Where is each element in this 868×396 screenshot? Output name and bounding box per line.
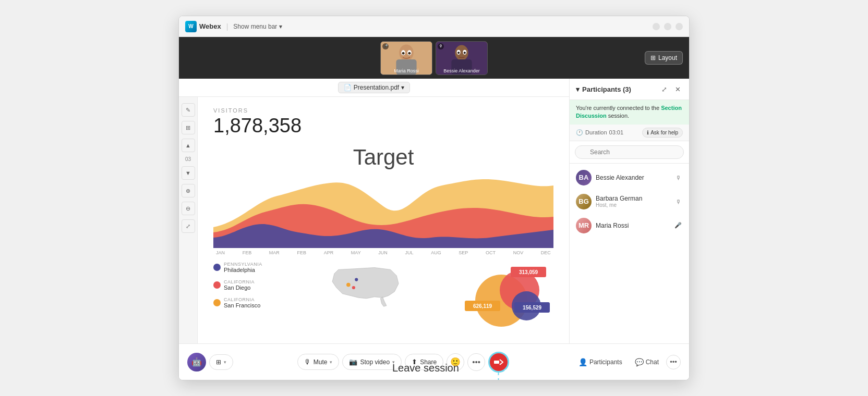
svg-point-13 [464, 52, 466, 54]
layout-button[interactable]: ⊞ Layout [645, 51, 683, 65]
svg-text:313,059: 313,059 [519, 269, 538, 275]
zoom-in-btn[interactable]: ⊕ [182, 184, 195, 197]
video-thumb-2[interactable]: 🎙 Bessie Alexander [436, 41, 488, 75]
chat-button[interactable]: 💬 Chat [630, 355, 664, 369]
panel-title: ▾ Participants (3) [576, 85, 631, 93]
avatar-bessie: BA [576, 170, 592, 185]
participant-item-1[interactable]: BG Barbara German Host, me 🎙 [570, 190, 689, 214]
layout-icon: ⊞ [650, 54, 656, 61]
show-menu-bar-btn[interactable]: Show menu bar ▾ [233, 23, 282, 30]
panel-header-actions: ⤢ ✕ [659, 84, 683, 94]
maximize-button[interactable]: □ [664, 23, 671, 30]
legend-item-0: PENNSYLVANIA Philadelphia [213, 262, 276, 273]
app-window: W Webex | Show menu bar ▾ — □ ✕ [178, 16, 690, 380]
ai-assistant-btn[interactable]: 🤖 [187, 353, 206, 372]
svg-point-15 [346, 283, 351, 287]
participants-button[interactable]: 👤 Participants [573, 355, 628, 369]
panel-expand-btn[interactable]: ⤢ [659, 84, 669, 94]
svg-text:156,529: 156,529 [523, 305, 542, 311]
participant-mic-icon-1: 🎙 [673, 197, 683, 206]
title-divider: | [226, 22, 228, 31]
svg-point-6 [408, 52, 411, 54]
slide-annotate-btn[interactable]: ✎ [182, 103, 195, 117]
visitors-label: VISITORS [213, 107, 553, 114]
slide-controls: ✎ ⊞ ▲ 03 ▼ ⊕ ⊖ ⤢ [179, 97, 198, 343]
page-indicator: 03 [185, 156, 191, 162]
legend: PENNSYLVANIA Philadelphia CALIFORNIA [213, 262, 276, 329]
webex-title: Webex [199, 22, 221, 30]
participant-actions-1: 🎙 [673, 197, 683, 206]
participants-label: Participants [589, 358, 622, 366]
search-box: 🔍 [570, 141, 689, 164]
mute-button[interactable]: 🎙 Mute ▾ [297, 354, 340, 370]
fullscreen-btn[interactable]: ⤢ [182, 219, 195, 233]
layout-toggle-icon: ⊞ [216, 358, 221, 366]
us-map-svg [284, 262, 449, 314]
svg-point-12 [457, 52, 460, 54]
title-bar-left: W Webex | Show menu bar ▾ [185, 21, 282, 32]
participant-item-0[interactable]: BA Bessie Alexander 🎙 [570, 166, 689, 190]
chart-container: VISITORS 1,878,358 Target [213, 107, 553, 333]
title-bar: W Webex | Show menu bar ▾ — □ ✕ [179, 16, 689, 37]
mic-icon: 🎙 [304, 358, 311, 366]
presentation-toolbar: 📄 Presentation.pdf ▾ [179, 79, 569, 97]
slide-page-down-btn[interactable]: ▼ [182, 166, 195, 180]
participant-role-1: Host, me [596, 202, 669, 208]
leave-session-button[interactable]: ↗ [488, 352, 509, 373]
panel-title-text: Participants (3) [582, 85, 631, 93]
leave-area: ↗ [488, 352, 509, 373]
participants-icon: 👤 [578, 358, 587, 366]
participant-info-1: Barbara German Host, me [596, 195, 669, 208]
slide-content: VISITORS 1,878,358 Target [198, 97, 569, 343]
more-options-button[interactable]: ••• [467, 353, 485, 371]
search-input[interactable] [575, 145, 684, 159]
video-thumb-1[interactable]: 🎤 Maria Rossi [380, 41, 432, 75]
legend-dot-1 [213, 281, 221, 289]
legend-map-section: PENNSYLVANIA Philadelphia CALIFORNIA [213, 262, 449, 329]
presentation-file-btn[interactable]: 📄 Presentation.pdf ▾ [338, 82, 410, 93]
area-chart-svg [213, 175, 553, 248]
file-chevron-icon: ▾ [401, 84, 404, 91]
area-chart [213, 175, 553, 248]
panel-close-btn[interactable]: ✕ [672, 84, 683, 94]
svg-point-16 [352, 286, 355, 289]
cursor-icon: ↗ [501, 367, 510, 377]
participant-name-2: Bessie Alexander [438, 68, 485, 73]
participant-name-bessie: Bessie Alexander [596, 174, 669, 181]
duration-bar: 🕐 Duration 03:01 ℹ Ask for help [570, 125, 689, 141]
panel-header: ▾ Participants (3) ⤢ ✕ [570, 79, 689, 100]
slide-page-up-btn[interactable]: ▲ [182, 139, 195, 152]
show-menu-bar-label: Show menu bar [233, 23, 277, 30]
chart-months: JAN FEB MAR FEB APR MAY JUN JUL AUG SEP … [213, 250, 553, 255]
title-bar-controls: — □ ✕ [653, 23, 683, 30]
bubble-chart: 313,059 626,119 156,529 [460, 262, 553, 329]
slide-area: ✎ ⊞ ▲ 03 ▼ ⊕ ⊖ ⤢ VISITORS 1,878,358 Targ… [179, 97, 569, 343]
duration-label: Duration [585, 129, 607, 135]
layout-label: Layout [658, 54, 677, 61]
ask-help-button[interactable]: ℹ Ask for help [642, 128, 683, 138]
minimize-button[interactable]: — [653, 23, 660, 30]
session-message-prefix: You're currently connected to the [576, 105, 661, 111]
participant-name-barbara: Barbara German [596, 195, 669, 202]
right-panel: ▾ Participants (3) ⤢ ✕ You're currently … [569, 79, 689, 343]
question-icon: ℹ [647, 130, 649, 135]
svg-text:626,119: 626,119 [473, 303, 492, 309]
legend-item-2: CALIFORNIA San Francisco [213, 297, 276, 308]
close-button[interactable]: ✕ [676, 23, 683, 30]
duration-text: 🕐 Duration 03:01 [576, 129, 623, 136]
legend-dot-0 [213, 264, 221, 271]
slide-grid-btn[interactable]: ⊞ [182, 121, 195, 134]
ask-help-label: Ask for help [650, 130, 678, 135]
participants-list: BA Bessie Alexander 🎙 BG Barbara German … [570, 164, 689, 343]
participant-actions-0: 🎙 [673, 173, 683, 182]
file-icon: 📄 [344, 84, 352, 91]
participant-item-2[interactable]: MR Maria Rossi 🎤 [570, 214, 689, 238]
avatar-barbara: BG [576, 194, 592, 209]
duration-value: 03:01 [609, 129, 624, 135]
toolbar-more-right-btn[interactable]: ••• [666, 355, 681, 369]
webex-logo-icon: W [185, 21, 197, 32]
participant-mic-icon-0: 🎙 [673, 173, 683, 182]
layout-toggle-btn[interactable]: ⊞ ▾ [209, 354, 233, 370]
zoom-out-btn[interactable]: ⊖ [182, 202, 195, 215]
bubble-chart-svg: 313,059 626,119 156,529 [460, 262, 553, 329]
